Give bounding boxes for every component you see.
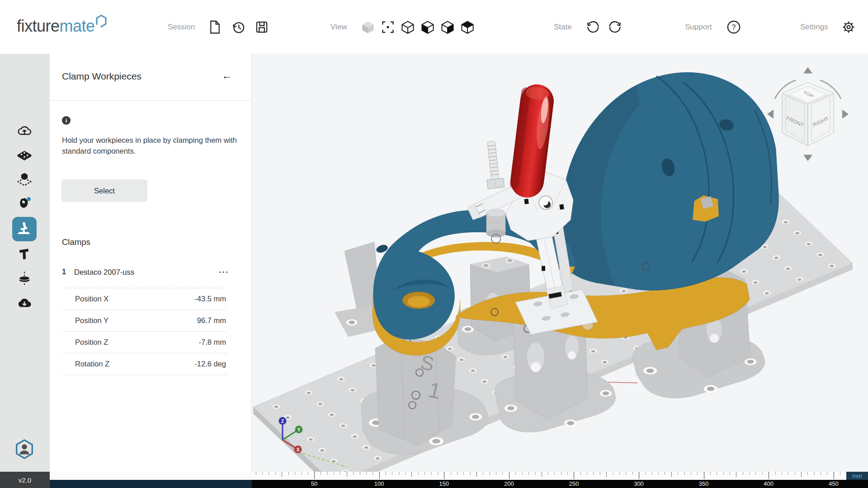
history-icon <box>231 20 245 34</box>
top-toolbar: fixturemate Session <box>0 0 868 54</box>
ruler-label: 350 <box>699 480 709 487</box>
cube-wireframe-icon <box>401 20 415 34</box>
ruler-unit-text: mm <box>852 473 862 479</box>
ruler-unit-badge: mm <box>846 472 868 480</box>
property-value[interactable]: 96.7 mm <box>197 316 227 325</box>
save-button[interactable] <box>252 17 272 37</box>
session-label: Session <box>168 23 195 32</box>
page-title: Clamp Workpieces <box>62 71 142 82</box>
new-session-button[interactable] <box>205 17 225 37</box>
cube-top-face-icon <box>460 20 475 34</box>
app-window: fixturemate Session <box>0 0 868 488</box>
property-value[interactable]: -43.5 mm <box>194 295 227 303</box>
logo-text-mate: mate <box>60 14 95 39</box>
user-avatar[interactable] <box>12 437 37 461</box>
clamp-panel: Clamp Workpieces ← i Hold your workpiece… <box>50 54 252 472</box>
view-shaded-button[interactable] <box>358 17 378 37</box>
logo-hexagon-icon <box>95 14 107 28</box>
svg-text:?: ? <box>731 23 736 31</box>
ruler-label: 450 <box>829 480 839 487</box>
property-row-rotation-z: Rotation Z -12.6 deg <box>61 353 227 375</box>
help-button[interactable]: ? <box>724 17 744 37</box>
viewport-3d[interactable]: S 1 <box>252 54 868 472</box>
sidebar-item-probe[interactable] <box>12 267 37 291</box>
x-axis-label: X <box>297 447 300 452</box>
property-label: Rotation Z <box>61 360 194 368</box>
base-plate-icon <box>16 147 33 164</box>
panel-bottom-strip <box>50 472 252 480</box>
clamp-list-item[interactable]: 1 Destaco 2007-uss ⋯ <box>62 266 229 278</box>
view-top-button[interactable] <box>458 17 477 37</box>
rotate-left-arrow[interactable] <box>767 110 774 119</box>
view-left-button[interactable] <box>418 17 438 37</box>
view-cube[interactable]: TOP FRONT RIGHT <box>767 67 849 161</box>
view-right-button[interactable] <box>438 17 458 37</box>
scene-canvas: S 1 <box>252 54 868 472</box>
property-value[interactable]: -12.6 deg <box>194 360 227 368</box>
view-isometric-button[interactable] <box>398 17 418 37</box>
info-icon: i <box>62 116 71 125</box>
z-axis-label: Z <box>281 419 284 424</box>
session-group: Session <box>168 0 272 54</box>
cloud-upload-icon <box>17 123 32 139</box>
clamp-index: 1 <box>62 268 74 276</box>
avatar-hexagon-icon <box>14 439 34 460</box>
rotate-up-arrow[interactable] <box>803 67 812 74</box>
view-label: View <box>330 23 347 32</box>
ruler-label: 300 <box>634 480 644 487</box>
ruler-label: 100 <box>374 480 384 487</box>
rotate-right-arrow[interactable] <box>842 110 849 119</box>
sidebar-item-fixture[interactable] <box>12 242 37 266</box>
view-group: View <box>330 0 477 54</box>
app-logo[interactable]: fixturemate <box>17 14 107 39</box>
sidebar-item-workpiece[interactable] <box>12 192 37 216</box>
history-button[interactable] <box>228 17 248 37</box>
property-value[interactable]: -7.8 mm <box>198 338 227 347</box>
property-row-position-x: Position X -43.5 mm <box>61 288 227 310</box>
property-label: Position Y <box>61 316 197 325</box>
undo-button[interactable] <box>582 17 602 37</box>
cube-solid-icon <box>361 20 375 34</box>
back-button[interactable]: ← <box>222 69 232 82</box>
progress-strip <box>50 480 252 488</box>
ruler-label: 150 <box>439 480 449 487</box>
ruler-scale-bar: 50100150200250300350400450 <box>252 480 868 488</box>
cube-left-face-icon <box>420 20 435 34</box>
select-button[interactable]: Select <box>61 179 147 202</box>
ruler-label: 200 <box>504 480 514 487</box>
redo-button[interactable] <box>606 17 626 37</box>
workpiece-part-icon <box>16 196 33 212</box>
cloud-download-icon <box>17 296 32 311</box>
support-label: Support <box>685 23 712 32</box>
property-row-position-y: Position Y 96.7 mm <box>61 310 227 332</box>
t-support-icon <box>17 246 32 262</box>
ruler-ticks <box>252 472 868 480</box>
save-icon <box>255 21 268 33</box>
clamp-name: Destaco 2007-uss <box>74 268 218 277</box>
workpiece-position-icon <box>16 171 33 188</box>
y-axis-label: Y <box>297 427 301 432</box>
sidebar-item-position[interactable] <box>12 167 37 192</box>
sidebar-item-download[interactable] <box>12 291 37 315</box>
panel-header: Clamp Workpieces ← <box>50 54 251 101</box>
settings-button[interactable] <box>839 17 859 37</box>
rotate-down-arrow[interactable] <box>803 155 812 161</box>
document-icon <box>209 20 221 34</box>
ruler: 50100150200250300350400450 mm <box>252 472 868 488</box>
property-label: Position Z <box>61 338 198 347</box>
state-label: State <box>554 23 572 32</box>
property-label: Position X <box>61 295 194 303</box>
settings-group: Settings <box>800 0 859 54</box>
clamp-tool-icon <box>16 221 33 237</box>
fit-view-icon <box>381 20 395 34</box>
sidebar-item-upload[interactable] <box>12 119 37 143</box>
view-fit-button[interactable] <box>378 17 398 37</box>
sidebar-item-clamp[interactable] <box>12 217 37 241</box>
settings-label: Settings <box>800 23 828 32</box>
clamp-menu-button[interactable]: ⋯ <box>218 266 229 278</box>
property-row-position-z: Position Z -7.8 mm <box>61 332 227 353</box>
ruler-label: 400 <box>764 480 774 487</box>
state-group: State <box>554 0 626 54</box>
logo-text-fixture: fixture <box>17 14 60 39</box>
sidebar-item-baseplate[interactable] <box>12 143 37 168</box>
